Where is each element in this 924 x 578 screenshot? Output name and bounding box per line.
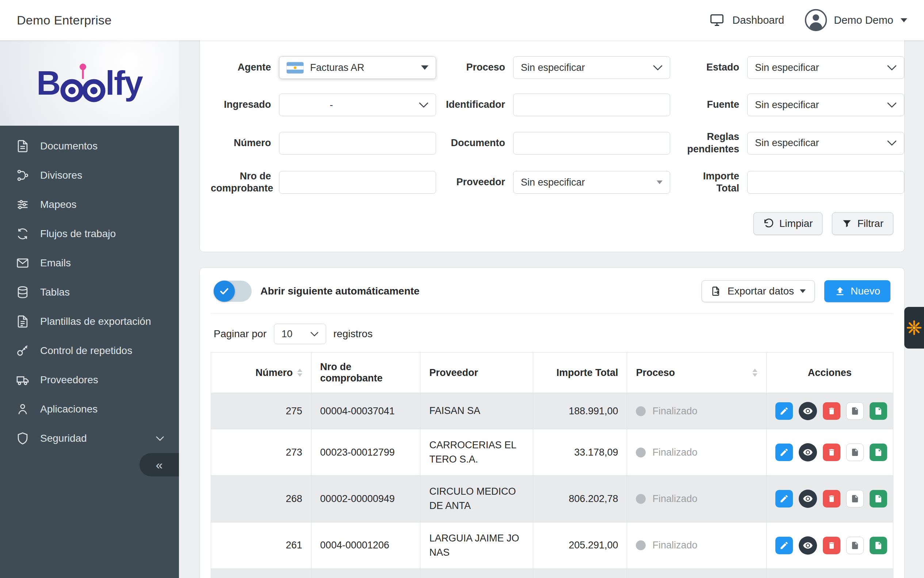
chevron-down-icon xyxy=(657,180,663,184)
sidebar-item-plantillas[interactable]: Plantillas de exportación xyxy=(0,307,179,336)
delete-button[interactable] xyxy=(823,537,840,554)
toggle-check-icon xyxy=(214,281,235,302)
page-size-select[interactable]: 10 xyxy=(274,324,326,344)
sidebar-item-proveedores[interactable]: Proveedores xyxy=(0,365,179,395)
sidebar-item-label: Aplicaciones xyxy=(40,403,97,415)
sidebar-item-seguridad[interactable]: Seguridad xyxy=(0,424,179,453)
numero-label: Número xyxy=(211,137,271,149)
nuevo-button[interactable]: Nuevo xyxy=(824,280,890,302)
proveedor-select[interactable]: Sin especificar xyxy=(513,171,670,194)
documents-panel: Abrir siguiente automáticamente Exportar… xyxy=(199,268,905,578)
brand-title: Demo Enterprise xyxy=(17,13,112,28)
agente-select[interactable]: Facturas AR xyxy=(279,56,436,79)
table-row: 273 00023-00012799 CARROCERIAS EL TERO S… xyxy=(211,429,893,476)
logo-suffix: lfy xyxy=(105,66,143,100)
documento-input[interactable] xyxy=(513,132,670,154)
paginate-suffix: registros xyxy=(334,328,373,340)
importe-total-input[interactable] xyxy=(747,171,904,194)
cell-numero: 261 xyxy=(211,522,311,568)
sidebar-item-divisores[interactable]: Divisores xyxy=(0,161,179,190)
fuente-label: Fuente xyxy=(679,99,739,111)
view-button[interactable] xyxy=(799,536,817,555)
cell-numero: 268 xyxy=(211,476,311,522)
export-file-button[interactable] xyxy=(870,490,887,508)
nro-comprobante-input[interactable] xyxy=(279,171,436,194)
sidebar-item-flujos[interactable]: Flujos de trabajo xyxy=(0,219,179,248)
view-button[interactable] xyxy=(799,490,817,508)
field-numero: Número xyxy=(211,131,436,156)
ingresado-select[interactable]: - xyxy=(279,94,436,116)
filtrar-button[interactable]: Filtrar xyxy=(832,212,893,235)
column-header-numero[interactable]: Número xyxy=(211,352,311,393)
sidebar-item-aplicaciones[interactable]: Aplicaciones xyxy=(0,395,179,424)
importe-total-label: Importe Total xyxy=(679,170,739,195)
field-proceso: Proceso Sin especificar xyxy=(445,56,670,79)
column-header-proceso[interactable]: Proceso xyxy=(627,352,766,393)
cell-acciones xyxy=(766,522,893,568)
document-button[interactable] xyxy=(846,490,864,508)
sidebar-item-label: Tablas xyxy=(40,286,70,298)
sidebar-item-label: Emails xyxy=(40,257,71,269)
chevron-down-icon xyxy=(887,65,896,70)
sidebar-collapse-button[interactable]: « xyxy=(139,453,179,476)
documents-table: Número Nro de comprobante Proveedor Impo… xyxy=(211,352,893,578)
sidebar-item-documentos[interactable]: Documentos xyxy=(0,132,179,161)
status-dot xyxy=(636,406,646,416)
chevron-down-icon xyxy=(800,289,806,293)
document-button[interactable] xyxy=(846,443,864,461)
nro-comprobante-label: Nro de comprobante xyxy=(211,170,271,195)
delete-button[interactable] xyxy=(823,443,840,461)
auto-open-toggle[interactable] xyxy=(214,281,251,302)
cell-proceso: Finalizado xyxy=(627,568,766,578)
sidebar-item-label: Seguridad xyxy=(40,433,87,444)
dashboard-nav[interactable]: Dashboard xyxy=(708,13,784,28)
user-menu[interactable]: Demo Demo xyxy=(804,9,907,31)
reglas-pendientes-select[interactable]: Sin especificar xyxy=(747,132,904,154)
cell-acciones xyxy=(766,568,893,578)
export-file-button[interactable] xyxy=(870,402,887,420)
ingresado-label: Ingresado xyxy=(211,99,271,111)
numero-input[interactable] xyxy=(279,132,436,154)
edit-button[interactable] xyxy=(775,443,793,461)
workflow-icon xyxy=(15,227,30,241)
auto-open-toggle-wrap: Abrir siguiente automáticamente xyxy=(214,281,420,302)
delete-button[interactable] xyxy=(823,490,840,508)
sidebar-item-repetidos[interactable]: Control de repetidos xyxy=(0,336,179,365)
logo-box: B lfy xyxy=(0,40,179,126)
edit-button[interactable] xyxy=(775,490,793,508)
status-dot xyxy=(636,448,646,458)
view-button[interactable] xyxy=(799,402,817,420)
table-row: 268 00002-00000949 CIRCULO MEDICO DE ANT… xyxy=(211,476,893,522)
proceso-select[interactable]: Sin especificar xyxy=(513,56,670,79)
document-button[interactable] xyxy=(846,537,864,554)
help-widget-tab[interactable] xyxy=(904,307,924,349)
edit-button[interactable] xyxy=(775,402,793,420)
identificador-input[interactable] xyxy=(513,94,670,116)
fuente-select[interactable]: Sin especificar xyxy=(747,94,904,116)
delete-button[interactable] xyxy=(823,402,840,420)
sidebar-item-mapeos[interactable]: Mapeos xyxy=(0,190,179,219)
view-button[interactable] xyxy=(799,443,817,461)
sidebar: B lfy xyxy=(0,40,179,578)
estado-select[interactable]: Sin especificar xyxy=(747,56,904,79)
paginate-prefix: Paginar por xyxy=(214,328,267,340)
main-content: Agente Facturas AR xyxy=(179,40,924,578)
document-button[interactable] xyxy=(846,402,864,420)
chevron-down-icon xyxy=(419,102,428,108)
cell-importe-total: 806.202,78 xyxy=(533,476,627,522)
sidebar-item-tablas[interactable]: Tablas xyxy=(0,278,179,307)
sliders-icon xyxy=(15,197,30,212)
export-file-button[interactable] xyxy=(870,443,887,461)
sidebar-item-emails[interactable]: Emails xyxy=(0,248,179,278)
edit-button[interactable] xyxy=(775,537,793,554)
cell-proveedor: LARGUIA JAIME JONAS xyxy=(420,522,533,568)
sidebar-item-label: Plantillas de exportación xyxy=(40,316,151,327)
export-datos-button[interactable]: Exportar datos xyxy=(702,280,815,302)
avatar xyxy=(804,9,827,31)
cell-acciones xyxy=(766,429,893,476)
limpiar-button[interactable]: Limpiar xyxy=(754,212,823,235)
field-reglas-pendientes: Reglas pendientes Sin especificar xyxy=(679,131,904,156)
export-file-button[interactable] xyxy=(870,537,887,554)
upload-icon xyxy=(835,286,846,297)
sidebar-item-label: Divisores xyxy=(40,169,82,181)
